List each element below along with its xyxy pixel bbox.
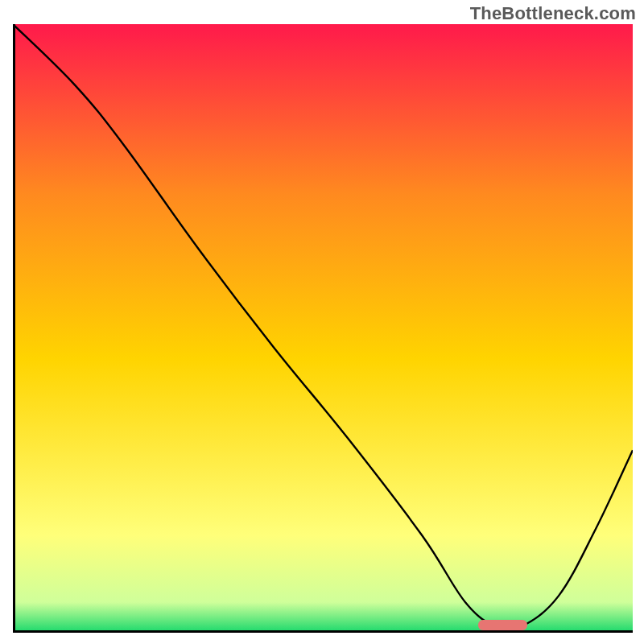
watermark-text: TheBottleneck.com bbox=[470, 3, 636, 24]
chart-background bbox=[13, 24, 633, 633]
chart-plot-area bbox=[13, 24, 633, 633]
x-axis bbox=[13, 630, 633, 633]
chart-svg bbox=[13, 24, 633, 633]
optimal-range-marker bbox=[478, 620, 528, 630]
y-axis bbox=[13, 24, 15, 633]
